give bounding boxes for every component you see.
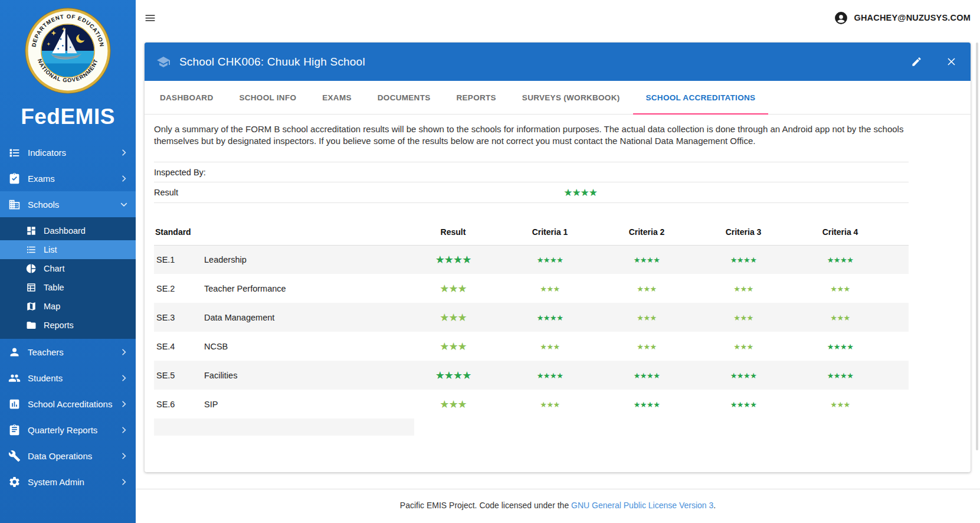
sidebar-item-indicators[interactable]: Indicators — [0, 139, 136, 165]
department-of-education-seal: DEPARTMENT OF EDUCATION NATIONAL GOVERNM… — [25, 8, 111, 94]
summary-rows: Inspected By: Result ★★★★ — [154, 162, 909, 203]
criteria-2-stars-cell: ★★★★ — [598, 245, 695, 274]
tab-exams[interactable]: EXAMS — [309, 81, 365, 114]
sidebar-nav: IndicatorsExamsSchoolsDashboardListChart… — [0, 139, 136, 495]
sidebar-subitem-label: Table — [44, 283, 64, 292]
col-criteria-3: Criteria 3 — [695, 219, 792, 245]
criteria-3-stars-cell: ★★★★ — [695, 245, 792, 274]
gpl-link[interactable]: GNU General Public License Version 3 — [571, 501, 713, 510]
criteria-2-stars-cell: ★★★★ — [598, 390, 695, 419]
star-rating-3: ★★★ — [540, 400, 559, 409]
criteria-3-stars-cell: ★★★ — [695, 332, 792, 361]
sidebar-item-teachers[interactable]: Teachers — [0, 339, 136, 365]
star-rating-4: ★★★★ — [634, 400, 660, 409]
standard-name: Data Management — [204, 303, 405, 332]
col-criteria-4: Criteria 4 — [792, 219, 889, 245]
sidebar-item-data-operations[interactable]: Data Operations — [0, 443, 136, 469]
scrollbar-thumb[interactable] — [976, 43, 978, 450]
chevron-right-icon — [122, 174, 127, 183]
tab-documents[interactable]: DOCUMENTS — [365, 81, 444, 114]
tab-dashboard[interactable]: DASHBOARD — [147, 81, 226, 114]
menu-icon[interactable] — [144, 9, 162, 27]
standard-name: Teacher Performance — [204, 274, 405, 303]
edit-button[interactable] — [909, 54, 924, 70]
result-stars-cell: ★★★ — [405, 390, 502, 419]
tab-school-accreditations[interactable]: SCHOOL ACCREDITATIONS — [633, 81, 769, 114]
card-body: Only a summary of the FORM B school accr… — [145, 115, 971, 436]
sidebar-item-quarterly-reports[interactable]: Quarterly Reports — [0, 417, 136, 443]
chevron-right-icon — [122, 373, 127, 383]
content: School CHK006: Chuuk High School DASHBOA… — [136, 35, 980, 489]
criteria-4-stars-cell: ★★★★ — [792, 361, 889, 390]
dashboard-icon — [26, 225, 37, 236]
standard-code: SE.5 — [154, 361, 204, 390]
result-label: Result — [154, 188, 178, 197]
pencil-icon — [911, 56, 922, 67]
card-header: School CHK006: Chuuk High School — [145, 43, 971, 81]
chevron-down-icon — [122, 200, 127, 209]
sidebar-submenu-schools: DashboardListChartTableMapReports — [0, 217, 136, 339]
criteria-2-stars-cell: ★★★★ — [598, 361, 695, 390]
star-rating-3: ★★★ — [440, 341, 466, 352]
account-icon — [834, 11, 848, 25]
criteria-1-stars-cell: ★★★ — [502, 332, 598, 361]
chevron-right-icon — [122, 477, 127, 486]
criteria-2-stars-cell: ★★★ — [598, 303, 695, 332]
result-stars-cell: ★★★★ — [405, 361, 502, 390]
clipboard-icon — [8, 424, 21, 436]
tab-school-info[interactable]: SCHOOL INFO — [226, 81, 309, 114]
sidebar-subitem-table[interactable]: Table — [0, 278, 136, 297]
table-row: SE.2Teacher Performance★★★★★★★★★★★★★★★ — [154, 274, 909, 303]
col-standard: Standard — [154, 219, 405, 245]
star-rating-4: ★★★★ — [537, 313, 563, 322]
accreditation-notice: Only a summary of the FORM B school accr… — [154, 115, 909, 146]
footer: Pacific EMIS Project. Code licensed unde… — [136, 489, 980, 523]
accreditation-table: StandardResultCriteria 1Criteria 2Criter… — [154, 219, 909, 419]
star-rating-4: ★★★★ — [537, 256, 563, 264]
chevron-right-icon — [122, 399, 127, 408]
topbar: GHACHEY@NUZUSYS.COM — [136, 0, 980, 35]
star-rating-3: ★★★ — [440, 312, 466, 323]
criteria-3-stars-cell: ★★★ — [695, 274, 792, 303]
sidebar-subitem-reports[interactable]: Reports — [0, 316, 136, 335]
sidebar-item-exams[interactable]: Exams — [0, 165, 136, 191]
sidebar-item-label: System Admin — [28, 477, 122, 487]
star-rating-3: ★★★ — [733, 285, 753, 293]
table-icon — [26, 282, 37, 293]
user-menu[interactable]: GHACHEY@NUZUSYS.COM — [834, 11, 971, 25]
inspected-by-label: Inspected By: — [154, 168, 206, 177]
star-rating-3: ★★★ — [637, 285, 656, 293]
sidebar-item-system-admin[interactable]: System Admin — [0, 469, 136, 495]
gear-icon — [8, 476, 21, 488]
sidebar-item-schools[interactable]: Schools — [0, 191, 136, 217]
folder-icon — [26, 320, 37, 331]
criteria-4-stars-cell: ★★★ — [792, 303, 889, 332]
table-row: SE.5Facilities★★★★★★★★★★★★★★★★★★★★ — [154, 361, 909, 390]
sidebar-item-label: School Accreditations — [28, 399, 122, 409]
standard-code: SE.1 — [154, 245, 204, 274]
col-criteria-1: Criteria 1 — [502, 219, 598, 245]
list-icon — [8, 146, 21, 159]
star-rating-4: ★★★★ — [730, 256, 757, 264]
sidebar-subitem-chart[interactable]: Chart — [0, 259, 136, 278]
sidebar-subitem-dashboard[interactable]: Dashboard — [0, 221, 136, 240]
close-button[interactable] — [943, 54, 959, 70]
sidebar-subitem-map[interactable]: Map — [0, 297, 136, 316]
col-result: Result — [405, 219, 502, 245]
overall-result-stars: ★★★★ — [563, 187, 597, 199]
sidebar-item-school-accreditations[interactable]: School Accreditations — [0, 391, 136, 417]
star-rating-4: ★★★★ — [563, 187, 597, 198]
tab-surveys-workbook[interactable]: SURVEYS (WORKBOOK) — [509, 81, 633, 114]
star-rating-3: ★★★ — [733, 342, 753, 351]
standard-code: SE.3 — [154, 303, 204, 332]
sidebar-item-students[interactable]: Students — [0, 365, 136, 391]
sidebar-item-label: Indicators — [28, 148, 122, 158]
table-row: SE.6SIP★★★★★★★★★★★★★★★★★ — [154, 390, 909, 419]
tab-reports[interactable]: REPORTS — [443, 81, 509, 114]
star-rating-3: ★★★ — [540, 342, 559, 351]
close-icon — [946, 56, 957, 67]
sidebar-subitem-list[interactable]: List — [0, 240, 136, 259]
sidebar-item-label: Data Operations — [28, 451, 122, 461]
criteria-1-stars-cell: ★★★ — [502, 274, 598, 303]
star-rating-4: ★★★★ — [827, 371, 854, 380]
